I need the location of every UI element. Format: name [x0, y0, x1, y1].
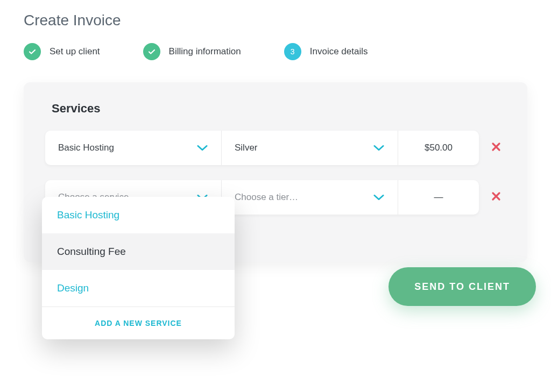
price-value: —	[398, 180, 479, 215]
step-invoice-details[interactable]: 3 Invoice details	[284, 43, 368, 60]
dropdown-option-design[interactable]: Design	[42, 270, 235, 307]
service-value: Basic Hosting	[58, 142, 114, 153]
step-label: Invoice details	[310, 46, 368, 57]
card-title: Services	[52, 102, 506, 116]
step-billing-info[interactable]: Billing information	[143, 43, 241, 60]
page-title: Create Invoice	[24, 12, 121, 29]
tier-select[interactable]: Choose a tier…	[222, 180, 398, 215]
step-setup-client[interactable]: Set up client	[24, 43, 100, 60]
chevron-down-icon	[373, 194, 385, 201]
dropdown-option-basic-hosting[interactable]: Basic Hosting	[42, 197, 235, 233]
chevron-down-icon	[196, 144, 208, 152]
add-new-service-button[interactable]: ADD A NEW SERVICE	[42, 307, 235, 339]
price-value: $50.00	[398, 131, 479, 165]
service-row-inner: Basic Hosting Silver $50.00	[45, 131, 479, 165]
tier-value: Silver	[235, 142, 258, 153]
delete-row-button[interactable]	[486, 180, 506, 215]
dropdown-option-consulting-fee[interactable]: Consulting Fee	[42, 233, 235, 270]
close-icon	[491, 142, 501, 154]
check-icon	[143, 43, 160, 60]
chevron-down-icon	[373, 144, 385, 152]
service-dropdown: Basic Hosting Consulting Fee Design ADD …	[42, 197, 235, 339]
step-number-badge: 3	[284, 43, 301, 60]
service-select[interactable]: Basic Hosting	[45, 131, 222, 165]
step-label: Set up client	[50, 46, 100, 57]
check-icon	[24, 43, 41, 60]
step-label: Billing information	[169, 46, 241, 57]
stepper: Set up client Billing information 3 Invo…	[24, 43, 527, 60]
close-icon	[491, 191, 501, 203]
tier-select[interactable]: Silver	[222, 131, 398, 165]
delete-row-button[interactable]	[486, 131, 506, 165]
send-to-client-button[interactable]: SEND TO CLIENT	[388, 267, 536, 306]
tier-placeholder: Choose a tier…	[235, 192, 298, 203]
service-row: Basic Hosting Silver $50.00	[45, 131, 506, 165]
